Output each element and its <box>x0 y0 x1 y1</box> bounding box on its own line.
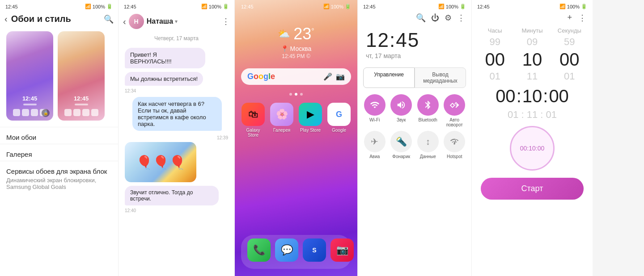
timer-scroll-labels: Часы Минуты Секунды <box>472 25 593 36</box>
panel-home: 12:45 📶 100% 🔋 ⛅ 23° 📍 Москва 12:45 PM ©… <box>235 0 358 276</box>
hotspot-icon <box>450 137 459 146</box>
wallpaper-thumb-2[interactable]: 12:45 <box>58 31 105 121</box>
seconds-main: 00 <box>559 49 580 70</box>
app-google[interactable]: G Google <box>327 103 351 138</box>
minutes-col[interactable]: 09 10 11 <box>517 36 548 83</box>
start-button[interactable]: Старт <box>481 178 584 200</box>
thumb-time-1: 12:45 <box>22 95 37 102</box>
data-label: Данные <box>420 154 436 159</box>
msg-bubble-last: Звучит отлично. Тогда до встречи. <box>125 186 219 205</box>
time-1: 12:45 <box>5 4 18 9</box>
timer-hours-display: 00 <box>496 86 516 106</box>
seconds-label: Секунды <box>554 27 585 36</box>
time-4: 12:45 <box>363 4 376 9</box>
quick-date: чт, 17 марта <box>358 52 471 65</box>
search-icon-quick[interactable]: 🔍 <box>416 13 426 23</box>
my-wallpapers-label[interactable]: Мои обои <box>0 129 118 142</box>
app-galaxy-store[interactable]: 🛍 Galaxy Store <box>241 103 265 138</box>
timer-seconds-display: 00 <box>549 86 569 106</box>
msg-time-2: 12:34 <box>119 88 234 93</box>
more-icon-timer[interactable]: ⋮ <box>578 13 586 23</box>
contact-name[interactable]: Наташа <box>147 17 173 25</box>
search-icon[interactable]: 🔍 <box>104 14 114 24</box>
home-datetime: 12:45 PM © <box>282 53 310 59</box>
wifi-label: Wi-Fi <box>369 117 380 122</box>
temperature: 23° <box>293 25 314 43</box>
timer-ring-area: 00:10:00 <box>472 121 593 173</box>
wallpaper-services-label[interactable]: Сервисы обоев для экрана блок <box>0 163 118 176</box>
signal-1: 📶 100% 🔋 <box>85 4 113 9</box>
power-icon[interactable]: ⏻ <box>431 13 439 23</box>
toggle-bluetooth[interactable]: Bluetooth <box>416 94 440 127</box>
back-icon[interactable]: ‹ <box>4 14 8 24</box>
dock-internet[interactable]: S <box>303 238 326 262</box>
city-label: 📍 Москва <box>281 45 312 52</box>
search-bar[interactable]: Google 🎤 📷 <box>241 68 351 85</box>
status-bar-4: 12:45 📶 100% 🔋 <box>358 0 471 11</box>
rotate-label: Авто поворот <box>443 117 466 127</box>
seconds-below: 01 <box>564 70 575 83</box>
minutes-above: 09 <box>527 36 538 49</box>
time-2: 12:45 <box>124 4 136 9</box>
date-divider: Четверг, 17 марта <box>119 33 234 46</box>
dropdown-icon[interactable]: ▾ <box>175 18 178 25</box>
hours-main: 00 <box>485 49 505 70</box>
app-play-store[interactable]: ▶ Play Store <box>298 103 322 138</box>
msg-time-3: 12:39 <box>119 135 234 140</box>
weather-icon: ⛅ <box>278 28 290 40</box>
lock-icon: 🔒 <box>42 109 50 117</box>
panel-wallpaper: 12:45 📶 100% 🔋 ‹ Обои и стиль 🔍 12:45 <box>0 0 119 276</box>
toggle-flashlight[interactable]: 🔦 Фонарик <box>390 131 413 159</box>
wallpaper-thumb-1[interactable]: 12:45 🔒 <box>6 31 53 121</box>
toggle-hotspot[interactable]: Hotspot <box>443 131 466 159</box>
wallpaper-services-sub: Динамический экран блокировки, Samsung G… <box>0 176 118 195</box>
dock-phone[interactable]: 📞 <box>247 238 271 262</box>
more-icon[interactable]: ⋮ <box>222 17 230 26</box>
more-icon-quick[interactable]: ⋮ <box>457 13 465 23</box>
app-gallery[interactable]: 🌸 Галерея <box>270 103 294 138</box>
hours-label: Часы <box>479 27 511 36</box>
wallpaper-top-bar: ‹ Обои и стиль 🔍 <box>0 11 118 27</box>
add-icon[interactable]: + <box>567 13 572 23</box>
dock-messages[interactable]: 💬 <box>275 238 298 262</box>
time-5: 12:45 <box>477 4 490 9</box>
timer-minutes-display: 10 <box>522 86 542 106</box>
sound-icon <box>396 100 406 110</box>
panel-messenger: 12:45 📶 100% 🔋 ‹ Н Наташа ▾ ⋮ Четверг, 1… <box>119 0 235 276</box>
settings-icon[interactable]: ⚙ <box>445 13 452 23</box>
timer-display: 00 : 10 : 00 <box>472 83 593 108</box>
msg-bubble-3: Как насчет четверга в 6? Если ты ок, дав… <box>132 97 222 131</box>
status-bar-1: 12:45 📶 100% 🔋 <box>0 0 118 11</box>
dock-camera[interactable]: 📷 <box>330 238 354 262</box>
rotate-icon <box>449 100 459 110</box>
flashlight-label: Фонарик <box>392 154 410 159</box>
timer-ring: 00:10:00 <box>510 126 555 171</box>
toggle-wifi[interactable]: Wi-Fi <box>363 94 386 127</box>
toggle-rotate[interactable]: Авто поворот <box>443 94 466 127</box>
bluetooth-label: Bluetooth <box>419 117 437 122</box>
dock: 📞 💬 S 📷 <box>241 235 351 269</box>
hotspot-label: Hotspot <box>447 154 462 159</box>
toggle-sound[interactable]: Звук <box>390 94 413 127</box>
tab-media[interactable]: Вывод медиаданных <box>415 67 466 88</box>
gallery-label[interactable]: Галерея <box>0 146 118 159</box>
lens-icon[interactable]: 📷 <box>336 72 345 81</box>
back-icon-chat[interactable]: ‹ <box>123 17 126 27</box>
msg-time-last: 12:40 <box>119 208 234 213</box>
msg-bubble-2: Мы должны встретиться! <box>125 72 203 86</box>
timer-below-display: 01 : 11 : 01 <box>472 108 593 121</box>
hours-col[interactable]: 99 00 01 <box>479 36 511 83</box>
airplane-label: Авиа <box>369 154 380 159</box>
seconds-above: 59 <box>564 36 575 49</box>
hours-below: 01 <box>489 70 500 83</box>
chat-header: ‹ Н Наташа ▾ ⋮ <box>119 11 234 33</box>
seconds-col[interactable]: 59 00 01 <box>554 36 585 83</box>
page-dots <box>235 93 357 96</box>
minutes-label: Минуты <box>517 27 548 36</box>
mic-icon[interactable]: 🎤 <box>323 72 332 81</box>
tab-control[interactable]: Управление <box>363 67 415 88</box>
minutes-main: 10 <box>522 49 542 70</box>
minutes-below: 11 <box>527 70 538 83</box>
toggle-data[interactable]: ↕ Данные <box>416 131 440 159</box>
toggle-airplane[interactable]: ✈ Авиа <box>363 131 386 159</box>
